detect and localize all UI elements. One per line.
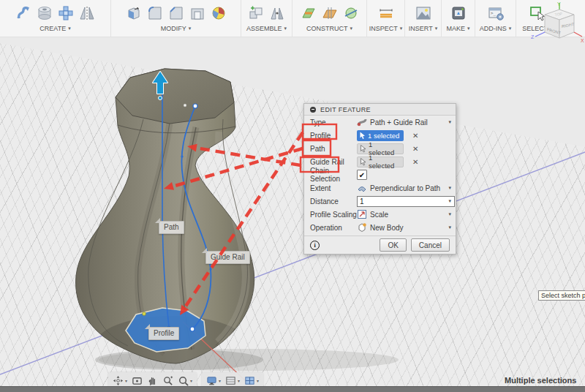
caret-icon: ▾	[190, 378, 192, 383]
caret-icon: ▾	[284, 26, 287, 31]
fillet-icon[interactable]	[146, 4, 165, 23]
measure-icon[interactable]	[377, 4, 396, 23]
appearance-icon[interactable]	[209, 4, 228, 23]
scale-icon	[357, 209, 367, 219]
insert-image-icon[interactable]	[414, 4, 433, 23]
chevron-down-icon[interactable]: ▾	[448, 185, 451, 191]
toolbar-group-assemble: ASSEMBLE▾	[241, 0, 292, 37]
zoom-window-button[interactable]: ▾	[178, 375, 192, 386]
make-menu[interactable]: MAKE▾	[446, 25, 469, 32]
assemble-menu[interactable]: ASSEMBLE▾	[246, 25, 287, 32]
addins-menu[interactable]: ADD-INS▾	[480, 25, 512, 32]
toolbar-group-create: CREATE▾	[0, 0, 111, 37]
distance-input[interactable]	[357, 196, 455, 207]
pattern-icon[interactable]	[56, 4, 75, 23]
new-body-icon	[357, 222, 367, 233]
chamfer-icon[interactable]	[167, 4, 186, 23]
chain-selection-checkbox[interactable]: ✔	[357, 170, 367, 180]
type-row: Type Path + Guide Rail ▾	[304, 116, 456, 129]
modify-menu[interactable]: MODIFY▾	[161, 25, 192, 32]
display-settings-button[interactable]: ▾	[206, 375, 221, 386]
caret-icon: ▾	[467, 26, 470, 31]
prompt-tooltip: Select sketch profile	[538, 290, 585, 301]
dialog-footer: i OK Cancel	[304, 235, 456, 254]
profile-scaling-dropdown[interactable]: Scale	[357, 209, 450, 219]
viewcube[interactable]: Y TOP FRONT RIGHT Z X	[525, 0, 585, 53]
operation-dropdown[interactable]: New Body	[357, 222, 450, 233]
profile-scaling-label: Profile Scaling	[310, 211, 357, 219]
cursor-icon	[361, 158, 366, 166]
guide-rail-tag[interactable]: Guide Rail	[205, 251, 250, 264]
midplane-icon[interactable]	[320, 4, 339, 23]
chain-selection-row: Chain Selection ✔	[304, 168, 456, 181]
cursor-icon	[361, 145, 366, 153]
inspect-menu[interactable]: INSPECT▾	[369, 25, 403, 32]
profile-tag[interactable]: Profile	[148, 327, 179, 340]
operation-label: Operation	[310, 224, 357, 232]
scripts-addins-icon[interactable]: >_	[486, 4, 505, 23]
caret-icon: ▾	[125, 378, 127, 383]
caret-icon: ▾	[257, 378, 259, 383]
modeling-viewport[interactable]	[0, 37, 585, 386]
mirror-icon[interactable]	[78, 4, 97, 23]
ok-button[interactable]: OK	[380, 238, 406, 252]
orbit-button[interactable]: ▾	[113, 375, 127, 386]
insert-menu[interactable]: INSERT▾	[409, 25, 437, 32]
3d-print-icon[interactable]	[449, 4, 468, 23]
caret-icon: ▾	[238, 378, 240, 383]
axis-plane-icon[interactable]	[341, 4, 361, 23]
chevron-down-icon[interactable]: ▾	[448, 225, 451, 230]
path-tag[interactable]: Path	[159, 221, 184, 234]
extent-label: Extent	[310, 184, 357, 192]
zoom-button[interactable]	[162, 375, 173, 386]
guide-rail-clear-icon[interactable]: ✕	[412, 158, 418, 166]
distance-row: Distance ▾	[304, 195, 456, 208]
vertex-dot	[184, 104, 186, 107]
toolbar-group-inspect: INSPECT▾	[367, 0, 405, 37]
chevron-down-icon[interactable]: ▾	[448, 119, 451, 125]
hole-icon[interactable]	[35, 4, 54, 23]
cancel-button[interactable]: Cancel	[411, 238, 450, 252]
grid-settings-button[interactable]: ▾	[225, 375, 240, 386]
caret-icon: ▾	[400, 26, 403, 31]
profile-scaling-row: Profile Scaling Scale ▾	[304, 208, 456, 221]
type-dropdown[interactable]: Path + Guide Rail	[357, 117, 450, 127]
operation-row: Operation New Body ▾	[304, 221, 456, 234]
profile-selected-button[interactable]: 1 selected	[357, 130, 404, 141]
joint-icon[interactable]	[268, 4, 287, 23]
selection-status-text: Multiple selections	[505, 376, 576, 385]
path-label: Path	[310, 145, 357, 153]
construct-menu[interactable]: CONSTRUCT▾	[306, 25, 352, 32]
viewcube-axis-z: Z	[531, 34, 535, 39]
dialog-titlebar[interactable]: EDIT FEATURE	[304, 104, 456, 116]
caret-icon: ▾	[435, 26, 438, 31]
chevron-down-icon[interactable]: ▾	[448, 211, 451, 217]
guide-rail-selected-button[interactable]: 1 selected	[357, 157, 404, 167]
viewcube-axis-x: X	[581, 38, 584, 43]
ground-grid	[0, 37, 585, 386]
path-selected-button[interactable]: 1 selected	[357, 143, 404, 154]
pan-button[interactable]	[147, 375, 158, 386]
perpendicular-extent-icon	[357, 183, 367, 193]
path-clear-icon[interactable]: ✕	[412, 145, 418, 153]
profile-clear-icon[interactable]: ✕	[412, 132, 418, 140]
toolbar-group-modify: MODIFY▾	[111, 0, 241, 37]
create-menu[interactable]: CREATE▾	[39, 25, 70, 32]
extent-dropdown[interactable]: Perpendicular to Path	[357, 183, 450, 193]
viewcube-axis-y: Y	[557, 1, 561, 7]
sketch-point	[143, 312, 146, 316]
info-icon[interactable]: i	[310, 241, 320, 250]
toolbar-group-insert: INSERT▾	[405, 0, 442, 37]
press-pull-icon[interactable]	[124, 4, 143, 23]
shell-icon[interactable]	[188, 4, 207, 23]
guide-rail-label: Guide Rail	[310, 158, 357, 166]
offset-plane-icon[interactable]	[299, 4, 318, 23]
chevron-down-icon[interactable]: ▾	[448, 198, 451, 204]
sweep-icon[interactable]	[14, 4, 33, 23]
profile-label: Profile	[310, 132, 357, 140]
ribbon-toolbar: CREATE▾ MODIFY▾ ASSEMBLE▾ CONSTRUCT▾ IN	[0, 0, 585, 37]
caret-icon: ▾	[68, 26, 71, 31]
look-at-button[interactable]	[132, 375, 143, 386]
viewports-button[interactable]: ▾	[244, 375, 259, 386]
new-component-icon[interactable]	[246, 4, 265, 23]
